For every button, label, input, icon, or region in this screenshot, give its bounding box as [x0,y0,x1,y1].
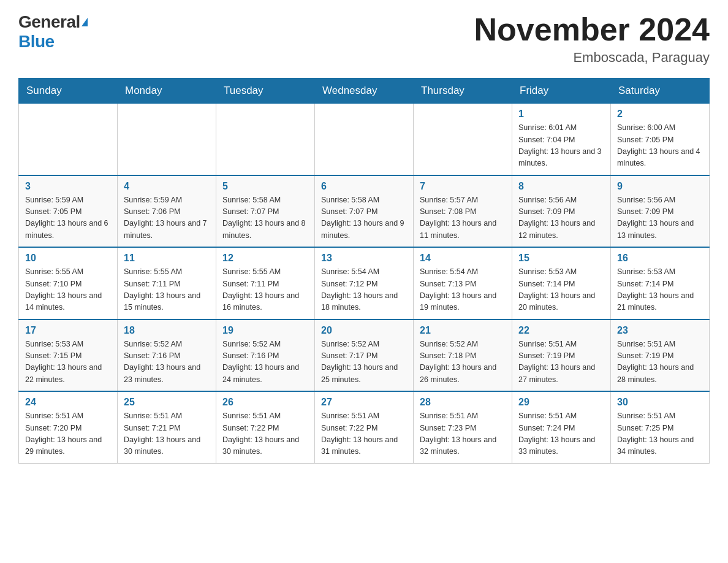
calendar-cell: 22Sunrise: 5:51 AMSunset: 7:19 PMDayligh… [512,320,611,392]
calendar-cell: 24Sunrise: 5:51 AMSunset: 7:20 PMDayligh… [19,391,118,463]
calendar-cell: 28Sunrise: 5:51 AMSunset: 7:23 PMDayligh… [414,391,512,463]
day-info: Sunrise: 5:53 AMSunset: 7:14 PMDaylight:… [617,266,703,314]
day-info: Sunrise: 5:54 AMSunset: 7:13 PMDaylight:… [420,266,506,314]
day-number: 6 [321,181,407,192]
title-area: November 2024 Emboscada, Paraguay [474,12,710,66]
weekday-header-tuesday: Tuesday [216,79,315,104]
day-info: Sunrise: 5:51 AMSunset: 7:24 PMDaylight:… [518,410,604,458]
day-info: Sunrise: 5:51 AMSunset: 7:20 PMDaylight:… [25,410,111,458]
calendar-cell: 21Sunrise: 5:52 AMSunset: 7:18 PMDayligh… [414,320,512,392]
day-info: Sunrise: 5:52 AMSunset: 7:16 PMDaylight:… [124,339,210,386]
calendar-row-3: 17Sunrise: 5:53 AMSunset: 7:15 PMDayligh… [19,320,710,392]
day-number: 28 [420,397,506,408]
header: General Blue November 2024 Emboscada, Pa… [18,12,710,66]
day-number: 15 [518,253,604,264]
day-info: Sunrise: 5:51 AMSunset: 7:19 PMDaylight:… [617,339,703,386]
calendar-cell: 29Sunrise: 5:51 AMSunset: 7:24 PMDayligh… [512,391,611,463]
day-number: 29 [518,397,604,408]
calendar-cell: 23Sunrise: 5:51 AMSunset: 7:19 PMDayligh… [611,320,710,392]
day-info: Sunrise: 5:51 AMSunset: 7:23 PMDaylight:… [420,410,506,458]
day-info: Sunrise: 5:59 AMSunset: 7:05 PMDaylight:… [25,194,111,242]
day-number: 14 [420,253,506,264]
day-info: Sunrise: 5:51 AMSunset: 7:22 PMDaylight:… [321,410,407,458]
day-info: Sunrise: 5:51 AMSunset: 7:19 PMDaylight:… [518,339,604,386]
day-number: 23 [617,325,703,336]
day-number: 3 [25,181,111,192]
day-info: Sunrise: 5:55 AMSunset: 7:10 PMDaylight:… [25,266,111,314]
day-number: 25 [124,397,210,408]
day-info: Sunrise: 5:52 AMSunset: 7:16 PMDaylight:… [222,339,308,386]
day-number: 26 [222,397,308,408]
calendar-cell: 12Sunrise: 5:55 AMSunset: 7:11 PMDayligh… [216,247,315,320]
calendar-table: SundayMondayTuesdayWednesdayThursdayFrid… [18,78,710,464]
day-number: 22 [518,325,604,336]
calendar-cell: 5Sunrise: 5:58 AMSunset: 7:07 PMDaylight… [216,175,315,248]
day-info: Sunrise: 5:53 AMSunset: 7:14 PMDaylight:… [518,266,604,314]
calendar-cell: 18Sunrise: 5:52 AMSunset: 7:16 PMDayligh… [118,320,216,392]
day-number: 20 [321,325,407,336]
calendar-cell: 26Sunrise: 5:51 AMSunset: 7:22 PMDayligh… [216,391,315,463]
day-info: Sunrise: 5:56 AMSunset: 7:09 PMDaylight:… [518,194,604,242]
weekday-header-monday: Monday [118,79,216,104]
calendar-row-4: 24Sunrise: 5:51 AMSunset: 7:20 PMDayligh… [19,391,710,463]
logo-blue-text: Blue [18,32,55,51]
calendar-cell: 8Sunrise: 5:56 AMSunset: 7:09 PMDaylight… [512,175,611,248]
logo: General Blue [18,12,88,52]
day-number: 19 [222,325,308,336]
calendar-body: 1Sunrise: 6:01 AMSunset: 7:04 PMDaylight… [19,104,710,464]
calendar-cell: 4Sunrise: 5:59 AMSunset: 7:06 PMDaylight… [118,175,216,248]
calendar-cell: 7Sunrise: 5:57 AMSunset: 7:08 PMDaylight… [414,175,512,248]
calendar-cell [315,104,414,175]
day-number: 17 [25,325,111,336]
calendar-cell: 10Sunrise: 5:55 AMSunset: 7:10 PMDayligh… [19,247,118,320]
day-number: 1 [518,109,604,120]
calendar-cell: 14Sunrise: 5:54 AMSunset: 7:13 PMDayligh… [414,247,512,320]
day-info: Sunrise: 5:58 AMSunset: 7:07 PMDaylight:… [321,194,407,242]
day-number: 10 [25,253,111,264]
day-info: Sunrise: 5:55 AMSunset: 7:11 PMDaylight:… [124,266,210,314]
day-number: 30 [617,397,703,408]
day-number: 21 [420,325,506,336]
calendar-cell: 19Sunrise: 5:52 AMSunset: 7:16 PMDayligh… [216,320,315,392]
calendar-cell: 9Sunrise: 5:56 AMSunset: 7:09 PMDaylight… [611,175,710,248]
day-number: 8 [518,181,604,192]
day-number: 11 [124,253,210,264]
day-info: Sunrise: 5:53 AMSunset: 7:15 PMDaylight:… [25,339,111,386]
day-number: 9 [617,181,703,192]
day-number: 4 [124,181,210,192]
calendar-cell [216,104,315,175]
calendar-cell [118,104,216,175]
weekday-header-thursday: Thursday [414,79,512,104]
calendar-cell: 30Sunrise: 5:51 AMSunset: 7:25 PMDayligh… [611,391,710,463]
day-info: Sunrise: 5:51 AMSunset: 7:21 PMDaylight:… [124,410,210,458]
day-number: 24 [25,397,111,408]
calendar-row-1: 3Sunrise: 5:59 AMSunset: 7:05 PMDaylight… [19,175,710,248]
calendar-cell: 13Sunrise: 5:54 AMSunset: 7:12 PMDayligh… [315,247,414,320]
day-info: Sunrise: 5:55 AMSunset: 7:11 PMDaylight:… [222,266,308,314]
day-info: Sunrise: 5:59 AMSunset: 7:06 PMDaylight:… [124,194,210,242]
weekday-header-row: SundayMondayTuesdayWednesdayThursdayFrid… [19,79,710,104]
day-info: Sunrise: 5:54 AMSunset: 7:12 PMDaylight:… [321,266,407,314]
day-info: Sunrise: 5:51 AMSunset: 7:22 PMDaylight:… [222,410,308,458]
day-info: Sunrise: 5:51 AMSunset: 7:25 PMDaylight:… [617,410,703,458]
calendar-cell: 11Sunrise: 5:55 AMSunset: 7:11 PMDayligh… [118,247,216,320]
calendar-cell [414,104,512,175]
weekday-header-friday: Friday [512,79,611,104]
calendar-row-0: 1Sunrise: 6:01 AMSunset: 7:04 PMDaylight… [19,104,710,175]
day-info: Sunrise: 6:01 AMSunset: 7:04 PMDaylight:… [518,122,604,170]
calendar-cell: 6Sunrise: 5:58 AMSunset: 7:07 PMDaylight… [315,175,414,248]
logo-triangle-icon [82,18,88,26]
calendar-header: SundayMondayTuesdayWednesdayThursdayFrid… [19,79,710,104]
day-info: Sunrise: 5:58 AMSunset: 7:07 PMDaylight:… [222,194,308,242]
month-title: November 2024 [474,12,710,47]
day-number: 18 [124,325,210,336]
calendar-cell: 27Sunrise: 5:51 AMSunset: 7:22 PMDayligh… [315,391,414,463]
calendar-cell: 3Sunrise: 5:59 AMSunset: 7:05 PMDaylight… [19,175,118,248]
weekday-header-sunday: Sunday [19,79,118,104]
location: Emboscada, Paraguay [474,50,710,66]
day-info: Sunrise: 5:56 AMSunset: 7:09 PMDaylight:… [617,194,703,242]
calendar-cell [19,104,118,175]
day-number: 13 [321,253,407,264]
calendar-cell: 1Sunrise: 6:01 AMSunset: 7:04 PMDaylight… [512,104,611,175]
calendar-cell: 2Sunrise: 6:00 AMSunset: 7:05 PMDaylight… [611,104,710,175]
